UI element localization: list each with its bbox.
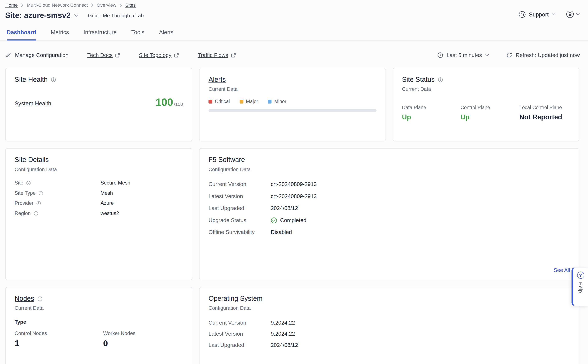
- last-upgraded-label: Last Upgraded: [208, 205, 271, 211]
- page: Home Multi-Cloud Network Connect Overvie…: [0, 0, 588, 364]
- provider-label: Provider: [15, 200, 33, 206]
- refresh-button[interactable]: Refresh: Updated just now: [506, 52, 580, 58]
- provider-value: Azure: [101, 200, 114, 206]
- external-link-icon: [174, 53, 179, 58]
- tab-dashboard[interactable]: Dashboard: [7, 29, 36, 40]
- info-icon[interactable]: [37, 201, 41, 205]
- account-menu[interactable]: [566, 10, 580, 19]
- info-icon[interactable]: [438, 77, 443, 82]
- site-selector-chevron-down-icon[interactable]: [74, 14, 78, 17]
- support-menu[interactable]: Support: [519, 11, 555, 18]
- chevron-down-icon: [552, 13, 556, 15]
- time-range-label: Last 5 minutes: [446, 52, 482, 58]
- os-current-version-row: Current Version 9.2024.22: [208, 317, 570, 328]
- site-status-title: Site Status: [402, 76, 435, 84]
- breadcrumb-overview[interactable]: Overview: [97, 3, 116, 8]
- upgrade-status-row: Upgrade Status Completed: [208, 214, 570, 226]
- tech-docs-link[interactable]: Tech Docs: [87, 52, 120, 58]
- latest-version-label: Latest Version: [208, 193, 271, 199]
- health-score-value: 100: [156, 97, 173, 109]
- info-icon[interactable]: [51, 77, 56, 82]
- refresh-icon: [506, 52, 512, 58]
- provider-row: Provider Azure: [15, 198, 183, 208]
- last-upgraded-value: 2024/08/12: [271, 205, 298, 211]
- f5-software-card: F5 Software Configuration Data Current V…: [199, 148, 579, 280]
- site-type-row: Site Type Mesh: [15, 188, 183, 198]
- breadcrumb-mcn[interactable]: Multi-Cloud Network Connect: [27, 3, 88, 8]
- os-current-version-label: Current Version: [208, 319, 271, 325]
- see-all-link[interactable]: See All: [554, 267, 570, 273]
- worker-nodes-value: 0: [103, 338, 136, 349]
- help-label: Help: [578, 282, 583, 293]
- major-label: Major: [246, 99, 258, 104]
- tab-infrastructure[interactable]: Infrastructure: [84, 29, 117, 40]
- breadcrumb-home[interactable]: Home: [5, 3, 18, 8]
- local-control-plane-label: Local Control Plane: [519, 104, 570, 110]
- chevron-right-icon: [21, 3, 23, 7]
- avatar-icon: [566, 10, 574, 19]
- f5-software-subtitle: Configuration Data: [208, 167, 570, 172]
- f5-software-title: F5 Software: [208, 156, 245, 164]
- help-tab[interactable]: ? Help: [572, 267, 588, 306]
- site-details-subtitle: Configuration Data: [15, 167, 183, 172]
- info-icon[interactable]: [34, 211, 38, 216]
- chevron-right-icon: [91, 3, 93, 7]
- operating-system-card: Operating System Configuration Data Curr…: [199, 287, 579, 364]
- info-icon[interactable]: [26, 181, 31, 185]
- current-version-value: crt-20240809-2913: [271, 181, 317, 187]
- site-details-card: Site Details Configuration Data Site Sec…: [5, 148, 192, 280]
- traffic-flows-label: Traffic Flows: [198, 52, 228, 58]
- nodes-type-label: Type: [15, 319, 183, 325]
- external-link-icon: [231, 53, 236, 58]
- site-topology-link[interactable]: Site Topology: [139, 52, 179, 58]
- site-details-title: Site Details: [15, 156, 49, 164]
- dashboard-grid: Site Health System Health 100 /100 Alert…: [0, 68, 588, 364]
- question-circle-icon: ?: [577, 272, 584, 279]
- info-icon[interactable]: [39, 191, 43, 195]
- nodes-title-link[interactable]: Nodes: [15, 295, 34, 303]
- tab-metrics[interactable]: Metrics: [51, 29, 69, 40]
- current-version-label: Current Version: [208, 181, 271, 187]
- health-score-max: /100: [174, 102, 183, 107]
- os-last-upgraded-row: Last Upgraded 2024/08/12: [208, 339, 570, 351]
- manage-configuration-button[interactable]: Manage Configuration: [5, 52, 68, 58]
- site-health-card: Site Health System Health 100 /100: [5, 68, 192, 141]
- os-current-version-value: 9.2024.22: [271, 319, 295, 325]
- external-link-icon: [115, 53, 120, 58]
- region-row: Region westus2: [15, 208, 183, 218]
- page-title: Site: azure-smsv2: [5, 11, 71, 20]
- support-icon: [519, 11, 526, 18]
- site-topology-label: Site Topology: [139, 52, 172, 58]
- offline-survivability-row: Offline Survivability Disabled: [208, 226, 570, 238]
- breadcrumb: Home Multi-Cloud Network Connect Overvie…: [5, 3, 144, 8]
- pencil-icon: [5, 52, 11, 58]
- chevron-right-icon: [120, 3, 122, 7]
- tab-tools[interactable]: Tools: [131, 29, 144, 40]
- traffic-flows-link[interactable]: Traffic Flows: [198, 52, 236, 58]
- top-bar-left: Home Multi-Cloud Network Connect Overvie…: [5, 3, 144, 20]
- control-plane-value: Up: [460, 113, 519, 121]
- nodes-card: Nodes Current Data Type Control Nodes 1 …: [5, 287, 192, 364]
- os-last-upgraded-value: 2024/08/12: [271, 342, 298, 348]
- alerts-card: Alerts Current Data Critical Major Minor: [199, 68, 386, 141]
- site-status-subtitle: Current Data: [402, 86, 570, 92]
- region-label: Region: [15, 210, 31, 216]
- control-plane-label: Control Plane: [460, 104, 519, 110]
- os-latest-version-label: Latest Version: [208, 331, 271, 337]
- info-icon[interactable]: [38, 296, 42, 301]
- legend-item-major: Major: [239, 99, 258, 104]
- worker-nodes-label: Worker Nodes: [103, 330, 136, 336]
- guide-me-link[interactable]: Guide Me Through a Tab: [88, 13, 144, 18]
- critical-swatch: [208, 100, 212, 103]
- local-control-plane-status: Local Control Plane Not Reported: [519, 104, 570, 121]
- breadcrumb-sites[interactable]: Sites: [125, 3, 136, 8]
- data-plane-label: Data Plane: [402, 104, 460, 110]
- critical-label: Critical: [215, 99, 230, 104]
- time-range-picker[interactable]: Last 5 minutes: [437, 52, 489, 58]
- upgrade-status-value: Completed: [280, 217, 307, 223]
- clock-icon: [437, 52, 443, 58]
- check-circle-icon: [271, 217, 277, 224]
- alerts-title-link[interactable]: Alerts: [208, 76, 226, 84]
- tab-alerts[interactable]: Alerts: [159, 29, 173, 40]
- chevron-down-icon: [576, 13, 580, 15]
